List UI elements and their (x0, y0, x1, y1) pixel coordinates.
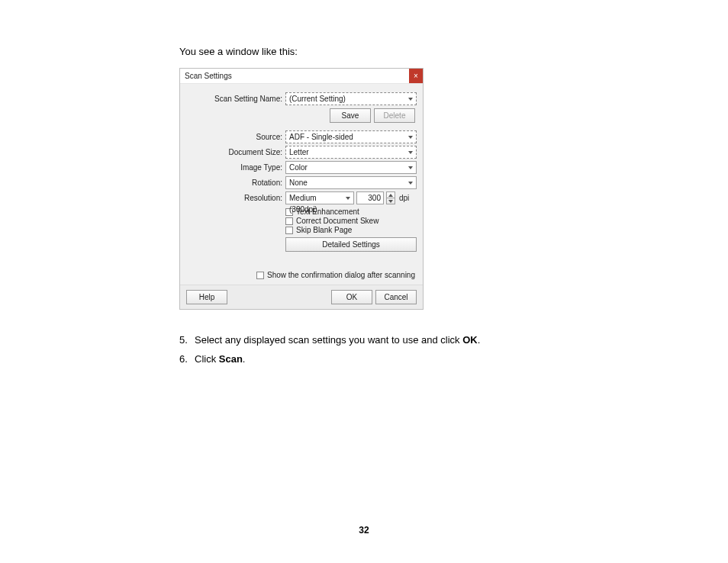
step-text: Select any displayed scan settings you w… (195, 333, 480, 349)
row-scan-setting-name: Scan Setting Name: (Current Setting) (186, 92, 417, 105)
body-column: You see a window like this: Scan Setting… (179, 46, 607, 368)
combo-scan-setting-name[interactable]: (Current Setting) (285, 92, 417, 105)
control-scan-setting-name: (Current Setting) (285, 92, 417, 105)
page-number: 32 (0, 525, 728, 536)
checkbox-correct-skew[interactable]: Correct Document Skew (285, 217, 417, 225)
row-rotation: Rotation: None (186, 176, 417, 189)
control-resolution: Medium (300dpi) 300 dpi (285, 191, 417, 204)
detailed-settings-button[interactable]: Detailed Settings (285, 237, 417, 252)
checkbox-label: Show the confirmation dialog after scann… (267, 271, 415, 279)
svg-marker-1 (388, 200, 393, 203)
scan-settings-dialog: Scan Settings × Scan Setting Name: (Curr… (179, 68, 424, 310)
step-5: 5. Select any displayed scan settings yo… (195, 333, 607, 349)
steps-list: 5. Select any displayed scan settings yo… (195, 333, 607, 368)
row-save-delete: Save Delete (186, 108, 417, 123)
label-resolution: Resolution: (186, 194, 285, 202)
row-document-size: Document Size: Letter (186, 146, 417, 159)
label-document-size: Document Size: (186, 148, 285, 156)
checkbox-show-confirmation[interactable]: Show the confirmation dialog after scann… (256, 271, 415, 279)
combo-source[interactable]: ADF - Single-sided (285, 130, 417, 143)
help-button[interactable]: Help (186, 290, 227, 304)
checkbox-skip-blank[interactable]: Skip Blank Page (285, 226, 417, 234)
combo-rotation[interactable]: None (285, 176, 417, 189)
step-6: 6. Click Scan. (195, 352, 607, 368)
resolution-value-input[interactable]: 300 (356, 191, 384, 204)
document-page: You see a window like this: Scan Setting… (0, 0, 728, 563)
row-image-type: Image Type: Color (186, 161, 417, 174)
checkbox-icon (285, 217, 293, 225)
row-resolution: Resolution: Medium (300dpi) 300 dpi (186, 191, 417, 204)
step-text: Click Scan. (195, 352, 245, 368)
dialog-titlebar: Scan Settings × (180, 69, 423, 84)
checkbox-icon (256, 272, 264, 279)
row-detailed-settings: Detailed Settings (285, 237, 417, 252)
close-icon[interactable]: × (409, 69, 423, 83)
label-rotation: Rotation: (186, 179, 285, 187)
checkbox-label: Correct Document Skew (296, 217, 378, 225)
save-button[interactable]: Save (330, 108, 371, 123)
ok-button[interactable]: OK (331, 290, 372, 304)
checkbox-label: Skip Blank Page (296, 226, 352, 234)
intro-text: You see a window like this: (179, 46, 607, 57)
cancel-button[interactable]: Cancel (375, 290, 417, 304)
combo-document-size[interactable]: Letter (285, 146, 417, 159)
combo-resolution-preset[interactable]: Medium (300dpi) (285, 191, 354, 204)
combo-image-type[interactable]: Color (285, 161, 417, 174)
dialog-footer: Help OK Cancel (180, 285, 423, 309)
dialog-body: Scan Setting Name: (Current Setting) Sav… (180, 84, 423, 285)
label-scan-setting-name: Scan Setting Name: (186, 95, 285, 103)
step-number: 5. (179, 333, 195, 349)
label-source: Source: (186, 133, 285, 141)
svg-marker-0 (388, 194, 393, 197)
resolution-unit: dpi (399, 194, 409, 202)
chevron-up-icon[interactable] (387, 192, 395, 198)
chevron-down-icon[interactable] (387, 198, 395, 204)
row-source: Source: ADF - Single-sided (186, 130, 417, 143)
checkbox-icon (285, 227, 293, 234)
delete-button[interactable]: Delete (374, 108, 415, 123)
dialog-title: Scan Settings (180, 69, 409, 83)
label-image-type: Image Type: (186, 163, 285, 172)
step-number: 6. (179, 352, 195, 368)
resolution-spinner[interactable] (386, 191, 395, 204)
row-confirmation: Show the confirmation dialog after scann… (186, 270, 417, 280)
